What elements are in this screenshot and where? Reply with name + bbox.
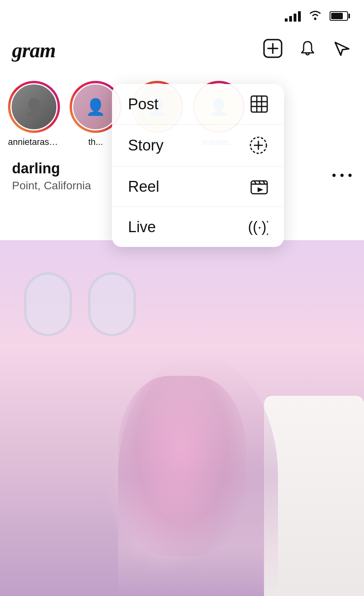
svg-rect-7 [251,96,267,112]
create-content-menu: Post Story Reel [112,84,284,247]
battery-icon [330,11,348,21]
menu-item-story[interactable]: Story [112,124,284,167]
live-label: Live [128,219,156,236]
signal-icon [285,10,301,22]
grid-icon [250,95,268,113]
status-bar [0,0,364,32]
status-icons [285,9,348,23]
menu-item-post[interactable]: Post [112,84,284,124]
story-add-icon [249,136,268,155]
wifi-icon [308,9,322,23]
svg-point-0 [314,18,316,20]
post-label: Post [128,96,158,113]
svg-marker-19 [258,187,263,192]
menu-item-live[interactable]: Live ((·)) [112,207,284,247]
reel-icon [250,178,268,195]
svg-text:((·)): ((·)) [248,219,268,235]
menu-item-reel[interactable]: Reel [112,167,284,207]
live-icon: ((·)) [247,218,268,236]
story-label: Story [128,137,164,154]
reel-label: Reel [128,178,159,195]
